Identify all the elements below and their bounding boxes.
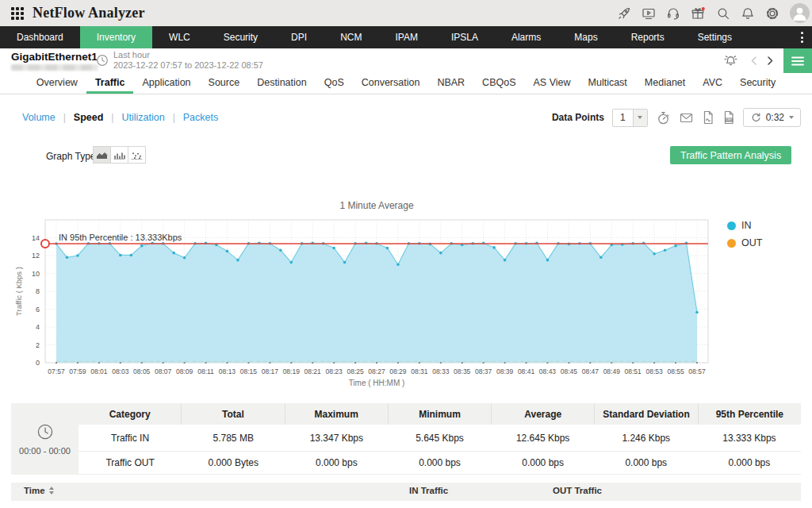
user-avatar[interactable]	[790, 3, 810, 23]
nav-item-maps[interactable]: Maps	[557, 26, 614, 48]
schedule-timer-icon[interactable]	[656, 110, 671, 125]
chevron-down-icon	[633, 110, 647, 126]
svg-text:08:41: 08:41	[518, 368, 535, 375]
svg-text:08:13: 08:13	[219, 368, 236, 375]
tab-application[interactable]: Application	[133, 73, 199, 94]
support-headset-icon[interactable]	[666, 6, 680, 21]
nav-item-dpi[interactable]: DPI	[274, 26, 324, 48]
svg-text:2: 2	[36, 341, 40, 349]
metric-link-packets[interactable]: Packets	[183, 112, 218, 123]
metric-links: Volume|Speed|Utilization|Packets	[22, 112, 218, 123]
nav-item-ipsla[interactable]: IPSLA	[435, 26, 495, 48]
nav-item-security[interactable]: Security	[207, 26, 274, 48]
svg-text:08:01: 08:01	[90, 368, 108, 375]
svg-text:CSV: CSV	[726, 118, 732, 121]
detail-column-time[interactable]: Time	[24, 486, 54, 495]
training-video-icon[interactable]	[642, 6, 656, 21]
svg-text:08:27: 08:27	[368, 368, 385, 375]
summary-cell: 0.000 bps	[388, 452, 491, 474]
svg-text:08:43: 08:43	[539, 368, 557, 375]
nav-item-wlc[interactable]: WLC	[152, 26, 207, 48]
main-nav-items: DashboardInventoryWLCSecurityDPINCMIPAMI…	[0, 26, 749, 48]
tab-source[interactable]: Source	[200, 73, 249, 94]
tab-avc[interactable]: AVC	[694, 73, 731, 94]
svg-text:Time ( HH:MM ): Time ( HH:MM )	[349, 379, 405, 387]
metric-link-utilization[interactable]: Utilization	[121, 112, 164, 123]
nav-item-ipam[interactable]: IPAM	[378, 26, 434, 48]
svg-text:08:31: 08:31	[411, 368, 428, 375]
summary-cell: Traffic IN	[79, 425, 182, 451]
summary-cell: 0.000 Bytes	[182, 452, 285, 474]
tab-qos[interactable]: QoS	[316, 73, 353, 94]
tab-cbqos[interactable]: CBQoS	[473, 73, 524, 94]
time-period-label[interactable]: Last hour	[113, 50, 150, 60]
rocket-icon[interactable]	[617, 6, 631, 21]
notifications-bell-icon[interactable]	[741, 6, 755, 21]
metric-link-volume[interactable]: Volume	[22, 112, 56, 123]
traffic-pattern-analysis-button[interactable]: Traffic Pattern Analysis	[670, 146, 791, 164]
svg-text:08:37: 08:37	[475, 368, 492, 375]
tab-medianet[interactable]: Medianet	[636, 73, 694, 94]
previous-chevron-icon[interactable]	[750, 56, 758, 66]
svg-text:08:21: 08:21	[304, 368, 322, 375]
export-pdf-icon[interactable]	[702, 110, 714, 125]
main-nav: DashboardInventoryWLCSecurityDPINCMIPAMI…	[0, 26, 812, 48]
tab-conversation[interactable]: Conversation	[353, 73, 429, 94]
svg-text:08:51: 08:51	[625, 368, 642, 375]
summary-row-traffic-in: Traffic IN5.785 MB13.347 Kbps5.645 Kbps1…	[79, 425, 801, 452]
export-csv-icon[interactable]: CSV	[722, 110, 735, 125]
metric-link-speed[interactable]: Speed	[74, 112, 104, 123]
alarm-bell-icon[interactable]	[722, 53, 739, 68]
svg-text:Traffic ( Kbps ): Traffic ( Kbps )	[14, 267, 23, 316]
nav-item-dashboard[interactable]: Dashboard	[0, 26, 80, 48]
apps-grid-icon[interactable]	[11, 7, 24, 20]
next-chevron-icon[interactable]	[766, 56, 774, 66]
nav-item-reports[interactable]: Reports	[615, 26, 681, 48]
svg-text:08:23: 08:23	[325, 368, 343, 375]
hamburger-menu-button[interactable]	[783, 48, 812, 73]
whats-new-gift-icon[interactable]	[691, 6, 706, 21]
nav-item-ncm[interactable]: NCM	[324, 26, 378, 48]
tab-traffic[interactable]: Traffic	[86, 73, 134, 94]
svg-text:0: 0	[36, 359, 40, 367]
nav-item-inventory[interactable]: Inventory	[80, 26, 152, 48]
interface-header: GigabitEthernet1 Last hour 2023-12-22 07…	[0, 48, 812, 74]
app-title: NetFlow Analyzer	[33, 5, 145, 21]
email-report-icon[interactable]	[679, 111, 694, 125]
clock-icon	[96, 54, 109, 67]
legend-item-in[interactable]: IN	[727, 220, 762, 231]
nav-item-settings[interactable]: Settings	[681, 26, 749, 48]
legend-item-out[interactable]: OUT	[727, 237, 762, 248]
scatter-chart-icon[interactable]	[128, 146, 146, 164]
tab-destination[interactable]: Destination	[248, 73, 316, 94]
svg-text:08:29: 08:29	[389, 368, 407, 375]
svg-text:08:03: 08:03	[112, 368, 129, 375]
svg-text:14: 14	[32, 234, 40, 242]
time-range-value[interactable]: 2023-12-22 07:57 to 2023-12-22 08:57	[113, 60, 263, 70]
tab-security[interactable]: Security	[731, 73, 784, 94]
tab-multicast[interactable]: Multicast	[580, 73, 636, 94]
summary-col-total: Total	[181, 403, 284, 425]
tab-overview[interactable]: Overview	[28, 73, 86, 94]
svg-text:IN 95th Percentile : 13.333Kbp: IN 95th Percentile : 13.333Kbps	[59, 233, 182, 242]
svg-text:08:09: 08:09	[176, 368, 193, 375]
settings-gear-icon[interactable]	[765, 6, 779, 21]
interface-name: GigabitEthernet1	[11, 51, 98, 63]
tab-as-view[interactable]: AS View	[525, 73, 580, 94]
summary-col-minimum: Minimum	[388, 403, 491, 425]
tab-nbar[interactable]: NBAR	[428, 73, 473, 94]
metric-separator: |	[173, 112, 175, 123]
traffic-chart: IN 95th Percentile : 13.333Kbps07:5707:5…	[11, 190, 801, 397]
nav-overflow-kebab-icon[interactable]	[801, 32, 803, 43]
bar-chart-icon[interactable]	[110, 146, 128, 164]
metric-separator: |	[63, 112, 66, 123]
search-icon[interactable]	[716, 6, 730, 21]
auto-refresh-control[interactable]: 0:32	[743, 108, 801, 127]
nav-item-alarms[interactable]: Alarms	[495, 26, 557, 48]
summary-col-standard-deviation: Standard Deviation	[594, 403, 697, 425]
svg-text:08:07: 08:07	[155, 368, 172, 375]
data-points-select[interactable]: 1	[612, 109, 648, 127]
area-chart-icon[interactable]	[93, 146, 111, 164]
refresh-countdown: 0:32	[766, 112, 784, 123]
summary-time-window: 00:00 - 00:00	[19, 446, 71, 456]
